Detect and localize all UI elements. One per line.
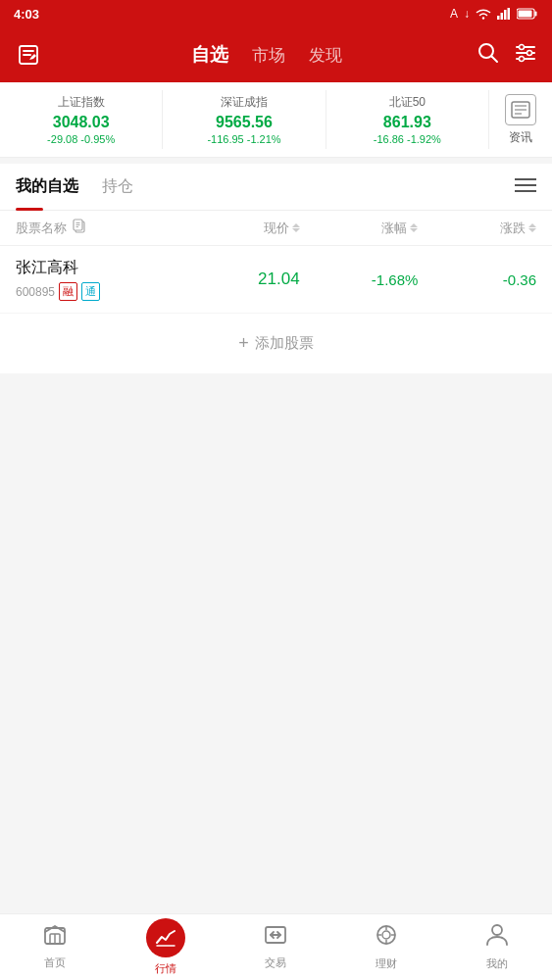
col-price-header[interactable]: 现价 <box>181 219 300 237</box>
svg-point-36 <box>382 931 390 939</box>
notification-icon: A <box>450 7 458 21</box>
tab-zixuan[interactable]: 我的自选 <box>16 164 78 211</box>
tag-tong: 通 <box>81 282 100 301</box>
stock-info: 张江高科 600895 融 通 <box>16 258 181 301</box>
edit-icon[interactable] <box>16 42 41 68</box>
index-beijing-value: 861.93 <box>326 114 488 131</box>
nav-market-label: 行情 <box>155 961 176 976</box>
price-sort-icon <box>292 223 300 232</box>
col-changepct-header[interactable]: 涨幅 <box>300 219 419 237</box>
nav-market[interactable]: 行情 <box>111 914 222 980</box>
svg-rect-1 <box>497 16 500 20</box>
index-shenzhen-name: 深证成指 <box>163 94 325 111</box>
nav-wealth-label: 理财 <box>376 956 397 971</box>
wealth-icon <box>375 923 398 953</box>
nav-home-label: 首页 <box>44 956 66 970</box>
download-icon: ↓ <box>464 7 470 21</box>
table-header: 股票名称 现价 涨幅 <box>0 211 552 246</box>
svg-rect-7 <box>519 11 532 18</box>
nav-wealth[interactable]: 理财 <box>331 914 442 980</box>
svg-rect-4 <box>508 8 511 20</box>
index-shanghai-value: 3048.03 <box>0 114 162 131</box>
nav-shichang[interactable]: 市场 <box>252 44 285 67</box>
news-icon <box>505 94 536 125</box>
index-bar: 上证指数 3048.03 -29.08 -0.95% 深证成指 9565.56 … <box>0 82 552 158</box>
add-plus-icon: + <box>238 333 249 354</box>
trade-icon <box>264 924 287 952</box>
status-icons: A ↓ <box>450 7 538 21</box>
svg-line-12 <box>492 56 498 62</box>
col-change-header[interactable]: 涨跌 <box>418 219 536 237</box>
svg-rect-3 <box>504 10 507 20</box>
change-sort-icon <box>528 223 536 232</box>
status-bar: 4:03 A ↓ <box>0 0 552 27</box>
nav-mine[interactable]: 我的 <box>441 914 552 980</box>
news-button[interactable]: 资讯 <box>489 94 552 146</box>
tag-rong: 融 <box>59 282 77 301</box>
add-stock-button[interactable]: + 添加股票 <box>0 314 552 373</box>
market-icon <box>146 918 185 957</box>
stock-code: 600895 <box>16 285 55 299</box>
svg-rect-2 <box>501 13 504 20</box>
copy-icon[interactable] <box>73 219 86 237</box>
svg-point-0 <box>482 17 484 19</box>
index-shenzhen-value: 9565.56 <box>163 114 325 131</box>
stock-price: 21.04 <box>181 270 300 289</box>
index-shenzhen[interactable]: 深证成指 9565.56 -116.95 -1.21% <box>163 90 326 149</box>
status-time: 4:03 <box>14 7 39 22</box>
nav-home[interactable]: 首页 <box>0 914 111 980</box>
table-row[interactable]: 张江高科 600895 融 通 21.04 -1.68% -0.36 <box>0 246 552 314</box>
bottom-nav: 首页 行情 交易 <box>0 913 552 980</box>
tabs: 我的自选 持仓 <box>0 164 552 211</box>
svg-point-41 <box>492 925 502 935</box>
header-right <box>477 42 536 69</box>
home-icon <box>43 924 67 952</box>
signal-icon <box>497 8 511 20</box>
tab-menu-icon[interactable] <box>515 177 536 197</box>
nav-faxian[interactable]: 发现 <box>309 44 342 67</box>
main-content: 我的自选 持仓 股票名称 <box>0 164 552 373</box>
mine-icon <box>486 923 508 953</box>
nav-mine-label: 我的 <box>486 956 508 971</box>
add-stock-label: 添加股票 <box>255 334 314 353</box>
svg-point-18 <box>520 56 525 61</box>
index-shanghai-name: 上证指数 <box>0 94 162 111</box>
svg-point-16 <box>520 44 525 49</box>
index-beijing-name: 北证50 <box>326 94 488 111</box>
svg-rect-6 <box>535 12 537 17</box>
svg-point-17 <box>527 50 532 55</box>
changepct-sort-icon <box>410 223 418 232</box>
stock-change-pct: -1.68% <box>300 271 419 288</box>
battery-icon <box>517 8 538 20</box>
index-shanghai[interactable]: 上证指数 3048.03 -29.08 -0.95% <box>0 90 163 149</box>
nav-trade[interactable]: 交易 <box>221 914 331 980</box>
wifi-icon <box>476 8 491 20</box>
header-left <box>16 42 55 68</box>
header-nav: 自选 市场 发现 <box>55 42 477 68</box>
search-icon[interactable] <box>477 42 499 69</box>
stock-change: -0.36 <box>418 271 536 288</box>
stock-name: 张江高科 <box>16 258 181 278</box>
tab-chicang[interactable]: 持仓 <box>102 164 133 211</box>
index-beijing-change: -16.86 -1.92% <box>326 133 488 145</box>
index-shenzhen-change: -116.95 -1.21% <box>163 133 325 145</box>
nav-zixuan[interactable]: 自选 <box>191 42 228 68</box>
news-label: 资讯 <box>509 129 532 146</box>
index-beijing[interactable]: 北证50 861.93 -16.86 -1.92% <box>326 90 489 149</box>
col-name-header: 股票名称 <box>16 219 181 237</box>
index-shanghai-change: -29.08 -0.95% <box>0 133 162 145</box>
filter-icon[interactable] <box>515 42 536 69</box>
header: 自选 市场 发现 <box>0 27 552 82</box>
stock-code-row: 600895 融 通 <box>16 282 181 301</box>
nav-trade-label: 交易 <box>265 956 286 970</box>
